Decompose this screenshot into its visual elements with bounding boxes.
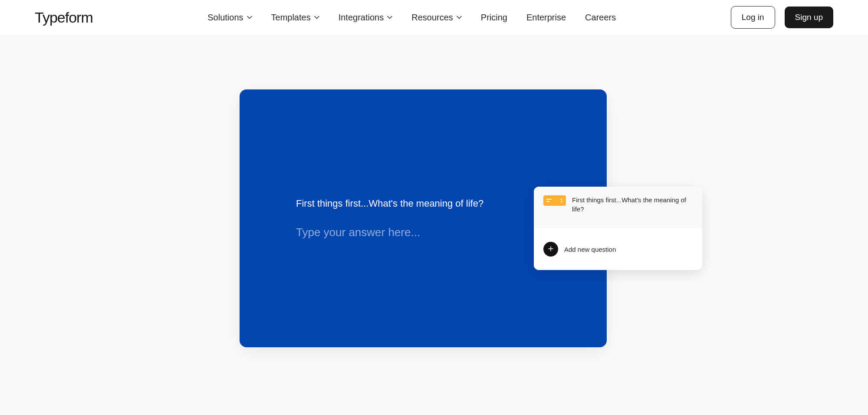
site-header: Typeform Solutions Templates Integration…: [0, 0, 868, 35]
nav-solutions[interactable]: Solutions: [207, 13, 252, 23]
nav-label: Resources: [411, 13, 453, 23]
login-button[interactable]: Log in: [731, 6, 775, 29]
chevron-down-icon: [457, 15, 462, 20]
svg-rect-1: [546, 201, 549, 202]
nav-templates[interactable]: Templates: [271, 13, 319, 23]
nav-integrations[interactable]: Integrations: [339, 13, 393, 23]
nav-label: Templates: [271, 13, 311, 23]
plus-icon: [548, 245, 553, 253]
chevron-down-icon: [314, 15, 319, 20]
question-list-panel: 1 First things first...What's the meanin…: [534, 187, 702, 270]
question-preview-text: First things first...What's the meaning …: [572, 195, 693, 214]
nav-label: Solutions: [207, 13, 243, 23]
chevron-down-icon: [247, 15, 252, 20]
nav-careers[interactable]: Careers: [585, 13, 616, 23]
nav-pricing[interactable]: Pricing: [481, 13, 507, 23]
add-question-row[interactable]: Add new question: [534, 228, 702, 270]
nav-label: Integrations: [339, 13, 384, 23]
question-type-badge: 1: [543, 195, 566, 206]
add-question-label: Add new question: [564, 246, 616, 253]
main-content: First things first...What's the meaning …: [0, 35, 868, 415]
main-nav: Solutions Templates Integrations Resourc…: [207, 13, 616, 23]
nav-label: Careers: [585, 13, 616, 23]
question-list-item[interactable]: 1 First things first...What's the meanin…: [534, 187, 702, 228]
svg-rect-0: [546, 199, 552, 200]
add-question-button[interactable]: [543, 242, 558, 257]
short-text-icon: [546, 198, 552, 203]
chevron-down-icon: [387, 15, 392, 20]
logo[interactable]: Typeform: [35, 9, 93, 26]
nav-resources[interactable]: Resources: [411, 13, 462, 23]
signup-button[interactable]: Sign up: [785, 7, 833, 28]
nav-label: Pricing: [481, 13, 507, 23]
nav-label: Enterprise: [526, 13, 566, 23]
question-number: 1: [560, 198, 563, 204]
nav-enterprise[interactable]: Enterprise: [526, 13, 566, 23]
header-actions: Log in Sign up: [731, 6, 833, 29]
